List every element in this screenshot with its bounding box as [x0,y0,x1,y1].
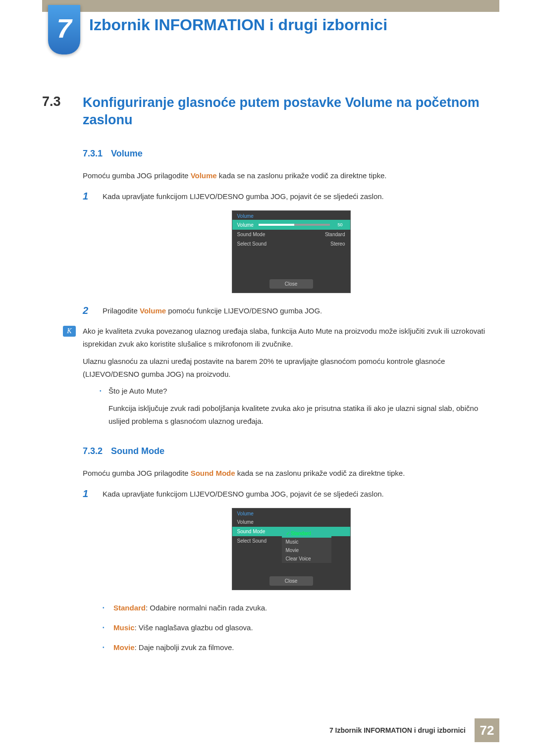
page-content: 7.3 Konfiguriranje glasnoće putem postav… [42,94,499,667]
highlight-soundmode: Sound Mode [191,469,235,477]
step-number: 1 [83,488,94,500]
soundmode-option-list: Standard: Odabire normalni način rada zv… [103,602,499,654]
volume-slider [259,224,330,226]
page-number: 72 [480,723,494,738]
chapter-title: Izbornik INFORMATION i drugi izbornici [89,16,387,34]
section-heading: 7.3 Konfiguriranje glasnoće putem postav… [42,94,499,129]
opt-movie: Movie [282,546,331,554]
chapter-number: 7 [56,13,71,44]
step-text: Prilagodite Volume pomoću funkcije LIJEV… [103,305,499,317]
note-icon: K [63,326,76,337]
sub-title: Volume [111,149,143,158]
osd-row-soundmode: Sound Mode Standard [232,230,350,239]
note-block: K Ako je kvaliteta zvuka povezanog ulazn… [63,325,499,432]
section-number: 7.3 [42,94,71,129]
osd-row-volume: Volume 50 [232,220,350,230]
osd-row-volume: Volume [232,517,350,527]
chapter-badge: 7 [48,5,80,54]
highlight-volume: Volume [140,306,166,315]
subheading-soundmode: 7.3.2 Sound Mode [83,446,499,456]
step-text: Kada upravljate funkcijom LIJEVO/DESNO g… [103,191,499,202]
osd-close-button: Close [269,279,313,289]
osd-row-selectsound: Select Sound Stereo [232,239,350,249]
step-number: 2 [83,305,94,316]
osd-close-button: Close [269,576,313,586]
subsection-volume: 7.3.1 Volume Pomoću gumba JOG prilagodit… [83,149,499,432]
osd-title: Volume [232,211,350,220]
volume-value: 50 [335,222,345,228]
step-number: 1 [83,191,94,202]
note-bullet-list: Što je Auto Mute? [100,385,499,397]
osd-title: Volume [232,508,350,517]
intro-text: Pomoću gumba JOG prilagodite Volume kada… [83,170,499,182]
footer-text: 7 Izbornik INFORMATION i drugi izbornici [329,726,466,734]
mode-standard: Standard: Odabire normalni način rada zv… [103,602,499,614]
step-2: 2 Prilagodite Volume pomoću funkcije LIJ… [83,305,499,317]
note-answer: Funkcija isključuje zvuk radi poboljšanj… [108,402,499,427]
opt-clearvoice: Clear Voice [282,554,331,563]
opt-standard: Standard [282,529,331,538]
subsection-soundmode: 7.3.2 Sound Mode Pomoću gumba JOG prilag… [83,446,499,654]
note-question: Što je Auto Mute? [100,385,499,397]
soundmode-submenu: Standard Music Movie Clear Voice [282,529,331,563]
step-1: 1 Kada upravljate funkcijom LIJEVO/DESNO… [83,488,499,500]
header-bar [42,0,499,12]
opt-music: Music [282,538,331,546]
note-text: Ako je kvaliteta zvuka povezanog ulaznog… [83,325,499,432]
step-text: Kada upravljate funkcijom LIJEVO/DESNO g… [103,488,499,500]
step-1: 1 Kada upravljate funkcijom LIJEVO/DESNO… [83,191,499,202]
mode-movie: Movie: Daje najbolji zvuk za filmove. [103,642,499,654]
highlight-volume: Volume [191,171,217,180]
section-title: Konfiguriranje glasnoće putem postavke V… [83,94,499,129]
page-footer: 7 Izbornik INFORMATION i drugi izbornici… [329,718,499,742]
sub-number: 7.3.1 [83,149,103,158]
sub-number: 7.3.2 [83,446,103,456]
osd-soundmode-screenshot: Volume Volume Sound Mode Select Sound St… [232,508,351,590]
subheading-volume: 7.3.1 Volume [83,149,499,159]
osd-volume-screenshot: Volume Volume 50 Sound Mode Standard Sel… [232,210,351,293]
intro-text: Pomoću gumba JOG prilagodite Sound Mode … [83,467,499,479]
sub-title: Sound Mode [111,446,164,456]
mode-music: Music: Više naglašava glazbu od glasova. [103,622,499,634]
page-number-box: 72 [475,718,499,742]
